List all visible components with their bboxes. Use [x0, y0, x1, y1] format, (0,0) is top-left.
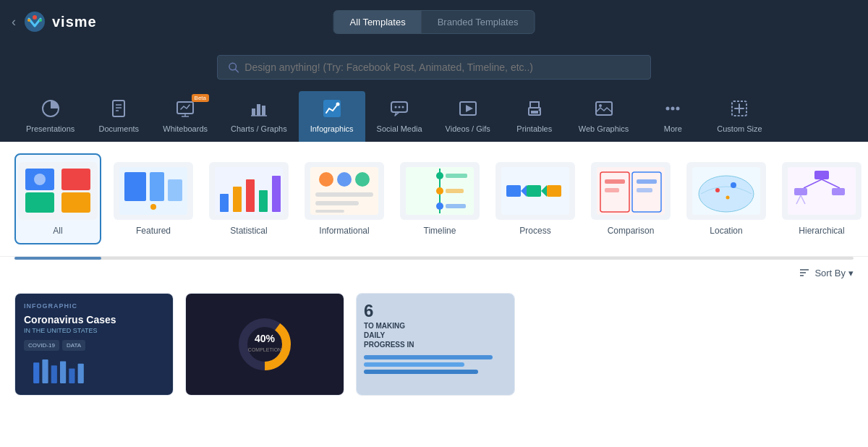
card3-bars [364, 355, 507, 374]
category-label: More [664, 124, 682, 133]
svg-rect-49 [259, 190, 268, 212]
subcategory-thumb-hierarchical [782, 162, 861, 220]
sort-bar: Sort By ▾ [0, 260, 868, 281]
svg-rect-67 [506, 185, 521, 197]
svg-rect-27 [531, 111, 538, 114]
card3-number: 6 [364, 301, 373, 321]
category-label: Documents [98, 124, 139, 133]
card1-subtitle: INFOGRAPHIC [24, 302, 77, 310]
search-bar [217, 55, 651, 80]
svg-point-21 [395, 106, 397, 108]
category-nav: Presentations Documents Beta Whiteboards… [0, 43, 868, 142]
svg-point-54 [355, 172, 370, 187]
svg-rect-55 [315, 192, 373, 197]
subcategory-label: Location [710, 226, 742, 236]
subcategory-label: Hierarchical [799, 226, 844, 236]
subcategory-thumb-all [18, 162, 98, 220]
svg-point-62 [436, 203, 443, 210]
svg-point-61 [436, 187, 443, 195]
svg-rect-88 [794, 188, 807, 195]
category-tab-custom-size[interactable]: Custom Size [705, 91, 773, 142]
template-card-coronavirus[interactable]: INFOGRAPHIC Coronavirus Cases IN THE UNI… [14, 293, 174, 396]
svg-rect-41 [124, 172, 146, 201]
svg-point-30 [599, 104, 602, 107]
svg-rect-69 [527, 185, 541, 197]
template-card-daily-progress[interactable]: 6 TO MAKING DAILY PROGRESS IN [356, 293, 515, 396]
subcategory-item-statistical[interactable]: Statistical [205, 153, 292, 244]
svg-rect-46 [220, 194, 229, 212]
svg-rect-50 [272, 176, 281, 212]
category-tab-web-graphics[interactable]: Web Graphics [567, 91, 641, 142]
category-tab-presentations[interactable]: Presentations [14, 91, 86, 142]
subcategory-item-informational[interactable]: Informational [301, 153, 388, 244]
category-tab-infographics[interactable]: Infographics [299, 91, 365, 142]
svg-rect-15 [257, 104, 260, 116]
template-card-40percent[interactable]: 40% COMPLETION [185, 293, 344, 396]
subcategory-item-all[interactable]: All [14, 153, 101, 244]
video-play-icon [456, 97, 480, 120]
branded-templates-btn[interactable]: Branded Templates [422, 11, 535, 33]
document-icon [107, 97, 130, 120]
svg-point-60 [436, 172, 443, 179]
category-tab-documents[interactable]: Documents [86, 91, 151, 142]
svg-rect-29 [596, 102, 612, 115]
category-tab-videos[interactable]: Videos / Gifs [434, 91, 502, 142]
svg-rect-96 [42, 359, 48, 383]
category-tab-printables[interactable]: Printables [502, 91, 567, 142]
svg-marker-25 [466, 105, 473, 112]
subcategory-item-comparison[interactable]: Comparison [587, 153, 674, 244]
image-icon [592, 97, 616, 120]
subcategory-label: Timeline [424, 226, 456, 236]
logo-text: visme [52, 14, 97, 30]
svg-rect-95 [33, 362, 39, 383]
subcategory-thumb-featured [114, 162, 193, 220]
custom-size-icon [728, 97, 751, 120]
card1-chart [24, 357, 96, 386]
category-tab-more[interactable]: More [640, 91, 705, 142]
subcategory-item-process[interactable]: Process [492, 153, 579, 244]
svg-rect-14 [252, 108, 255, 116]
subcategory-label: Statistical [230, 226, 267, 236]
subcategory-item-hierarchical[interactable]: Hierarchical [778, 153, 865, 244]
svg-rect-57 [315, 210, 344, 213]
svg-point-32 [671, 107, 675, 111]
svg-rect-99 [69, 368, 75, 383]
template-card-img-3: 6 TO MAKING DAILY PROGRESS IN [357, 294, 514, 395]
card3-title: TO MAKING DAILY PROGRESS IN [364, 321, 422, 349]
subcategory-item-location[interactable]: Location [683, 153, 770, 244]
speech-bubble-icon [388, 97, 411, 120]
card1-location: IN THE UNITED STATES [24, 327, 98, 334]
svg-point-44 [150, 204, 156, 210]
svg-rect-38 [61, 192, 90, 213]
subcategory-thumb-timeline [400, 162, 480, 220]
svg-point-2 [27, 19, 30, 22]
svg-point-83 [726, 196, 730, 200]
category-label: Printables [516, 124, 552, 133]
subcategory-label: Featured [136, 226, 171, 236]
svg-rect-16 [262, 106, 265, 116]
category-tab-social[interactable]: Social Media [365, 91, 434, 142]
svg-rect-36 [61, 169, 90, 190]
subcategory-label: Comparison [608, 226, 655, 236]
search-input[interactable] [244, 61, 640, 73]
subcategory-item-featured[interactable]: Featured [110, 153, 197, 244]
category-tab-charts[interactable]: Charts / Graphs [219, 91, 299, 142]
back-button[interactable]: ‹ [12, 14, 16, 30]
svg-rect-97 [51, 365, 57, 383]
svg-point-39 [34, 174, 46, 185]
sort-by-button[interactable]: Sort By ▾ [814, 268, 854, 278]
svg-point-3 [39, 19, 42, 22]
svg-point-53 [337, 172, 352, 187]
svg-rect-85 [814, 171, 829, 179]
svg-point-19 [336, 103, 339, 106]
all-templates-btn[interactable]: All Templates [334, 11, 422, 33]
category-label: Infographics [310, 124, 354, 133]
category-tab-whiteboards[interactable]: Beta Whiteboards [151, 91, 219, 142]
subcategory-label: Informational [319, 226, 369, 236]
subcategory-item-timeline[interactable]: Timeline [396, 153, 483, 244]
svg-rect-71 [547, 185, 561, 197]
svg-point-52 [319, 172, 333, 187]
svg-rect-43 [168, 179, 182, 201]
svg-rect-37 [25, 192, 54, 213]
logo-area: visme [23, 10, 97, 33]
